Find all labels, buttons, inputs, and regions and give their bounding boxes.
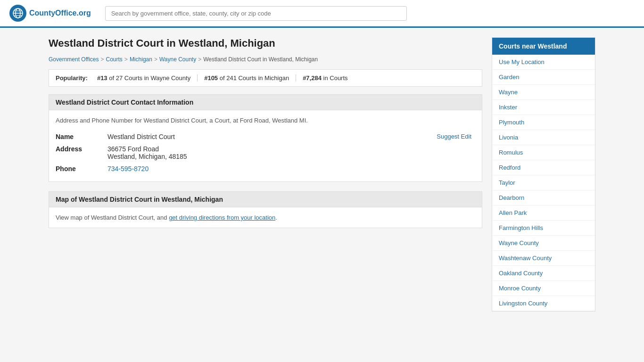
popularity-rank-2: #7,284 <box>303 74 322 82</box>
table-row-address: Address 36675 Ford Road Westland, Michig… <box>56 143 475 163</box>
sidebar-link-farmington-hills[interactable]: Farmington Hills <box>492 221 595 236</box>
header: CountyOffice.org <box>0 0 644 28</box>
sidebar-link-livonia[interactable]: Livonia <box>492 130 595 145</box>
breadcrumb-sep-3: > <box>198 56 201 63</box>
directions-link[interactable]: get driving directions from your locatio… <box>169 214 275 221</box>
sidebar-link-allen-park[interactable]: Allen Park <box>492 206 595 221</box>
logo-area: CountyOffice.org <box>9 5 91 22</box>
search-input[interactable] <box>105 6 407 21</box>
map-section-body: View map of Westland District Court, and… <box>49 207 482 228</box>
popularity-item-2: #7,284 in Courts <box>296 74 354 82</box>
page-title: Westland District Court in Westland, Mic… <box>49 37 482 49</box>
breadcrumb-sep-1: > <box>124 56 128 63</box>
map-section-header: Map of Westland District Court in Westla… <box>49 191 482 207</box>
phone-link[interactable]: 734-595-8720 <box>107 165 149 173</box>
popularity-label: Popularity: <box>56 74 88 82</box>
sidebar-link-livingston-county[interactable]: Livingston County <box>492 296 595 311</box>
breadcrumb-link-1[interactable]: Courts <box>106 56 123 63</box>
sidebar-link-monroe-county[interactable]: Monroe County <box>492 281 595 296</box>
contact-description: Address and Phone Number for Westland Di… <box>56 117 475 124</box>
breadcrumb-sep-0: > <box>101 56 104 63</box>
map-description: View map of Westland District Court, and… <box>56 214 475 221</box>
table-row-name: Name Westland District Court Suggest Edi… <box>56 131 475 143</box>
phone-label: Phone <box>56 163 107 175</box>
logo-brand: CountyOffice <box>29 9 76 17</box>
sidebar-link-dearborn[interactable]: Dearborn <box>492 190 595 206</box>
popularity-rank-1: #105 <box>204 74 218 82</box>
search-bar <box>105 6 407 21</box>
contact-section-body: Address and Phone Number for Westland Di… <box>49 110 482 182</box>
address-line-2: Westland, Michigan, 48185 <box>107 153 471 160</box>
address-label: Address <box>56 143 107 163</box>
sidebar-link-romulus[interactable]: Romulus <box>492 145 595 160</box>
popularity-item-0: #13 of 27 Courts in Wayne County <box>91 74 198 82</box>
sidebar-link-wayne[interactable]: Wayne <box>492 85 595 100</box>
popularity-text-0: of 27 Courts in Wayne County <box>109 74 190 82</box>
sidebar: Courts near Westland Use My Location Gar… <box>492 37 595 312</box>
sidebar-link-washtenaw-county[interactable]: Washtenaw County <box>492 251 595 266</box>
sidebar-link-garden[interactable]: Garden <box>492 70 595 85</box>
popularity-text-1: of 241 Courts in Michigan <box>220 74 289 82</box>
sidebar-box: Courts near Westland Use My Location Gar… <box>492 37 595 312</box>
use-location-link[interactable]: Use My Location <box>492 55 595 70</box>
breadcrumb-sep-2: > <box>154 56 157 63</box>
breadcrumb-current: Westland District Court in Westland, Mic… <box>203 56 318 63</box>
sidebar-link-plymouth[interactable]: Plymouth <box>492 115 595 130</box>
map-desc-prefix: View map of Westland District Court, and <box>56 214 169 221</box>
contact-section-header: Westland District Court Contact Informat… <box>49 94 482 110</box>
breadcrumb-link-2[interactable]: Michigan <box>130 56 152 63</box>
popularity-rank-0: #13 <box>97 74 107 82</box>
logo-icon <box>9 5 26 22</box>
name-label: Name <box>56 131 107 143</box>
breadcrumb-link-0[interactable]: Government Offices <box>49 56 99 63</box>
suggest-edit-link[interactable]: Suggest Edit <box>437 133 471 140</box>
contact-info-table: Name Westland District Court Suggest Edi… <box>56 131 475 175</box>
sidebar-link-redford[interactable]: Redford <box>492 160 595 175</box>
address-line-1: 36675 Ford Road <box>107 145 471 153</box>
popularity-item-1: #105 of 241 Courts in Michigan <box>198 74 296 82</box>
name-value: Westland District Court Suggest Edit <box>107 131 475 143</box>
sidebar-link-oakland-county[interactable]: Oakland County <box>492 266 595 281</box>
address-value: 36675 Ford Road Westland, Michigan, 4818… <box>107 143 475 163</box>
sidebar-link-wayne-county[interactable]: Wayne County <box>492 236 595 251</box>
breadcrumb: Government Offices > Courts > Michigan >… <box>49 56 482 63</box>
breadcrumb-link-3[interactable]: Wayne County <box>159 56 196 63</box>
phone-value: 734-595-8720 <box>107 163 475 175</box>
table-row-phone: Phone 734-595-8720 <box>56 163 475 175</box>
popularity-text-2: in Courts <box>323 74 348 82</box>
content-area: Westland District Court in Westland, Mic… <box>49 37 482 312</box>
sidebar-title: Courts near Westland <box>492 38 595 55</box>
main-wrapper: Westland District Court in Westland, Mic… <box>39 28 605 321</box>
logo-org: .org <box>76 9 91 17</box>
sidebar-link-taylor[interactable]: Taylor <box>492 175 595 190</box>
sidebar-link-inkster[interactable]: Inkster <box>492 100 595 115</box>
logo-text: CountyOffice.org <box>29 9 91 17</box>
popularity-bar: Popularity: #13 of 27 Courts in Wayne Co… <box>49 69 482 87</box>
map-desc-suffix: . <box>275 214 277 221</box>
